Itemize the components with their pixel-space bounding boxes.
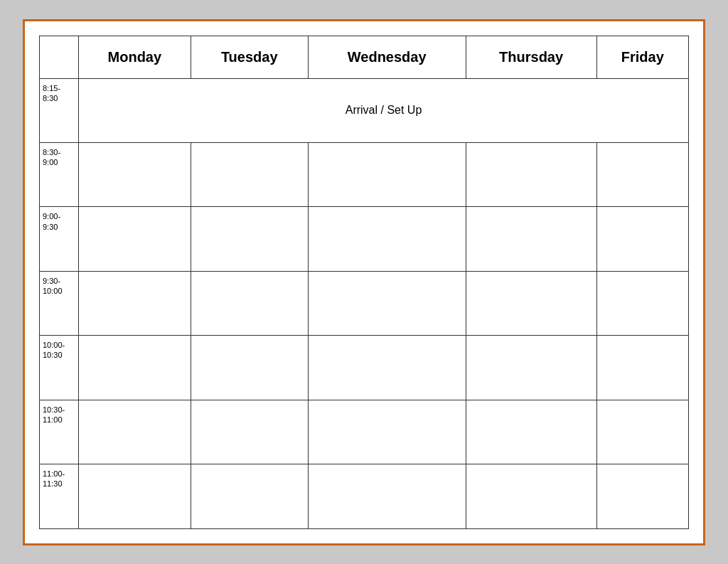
schedule-cell[interactable] bbox=[79, 207, 191, 271]
schedule-cell[interactable] bbox=[466, 142, 596, 206]
time-cell: 9:30- 10:00 bbox=[40, 271, 79, 335]
schedule-cell[interactable] bbox=[191, 400, 308, 464]
arrival-cell: Arrival / Set Up bbox=[79, 78, 689, 142]
schedule-cell[interactable] bbox=[191, 207, 308, 271]
wednesday-header: Wednesday bbox=[308, 36, 466, 78]
schedule-cell[interactable] bbox=[308, 142, 466, 206]
schedule-cell[interactable] bbox=[596, 207, 688, 271]
table-row: 8:15- 8:30Arrival / Set Up bbox=[40, 78, 689, 142]
schedule-cell[interactable] bbox=[596, 400, 688, 464]
table-row: 10:00- 10:30 bbox=[40, 336, 689, 400]
schedule-cell[interactable] bbox=[596, 142, 688, 206]
time-header bbox=[40, 36, 79, 78]
schedule-cell[interactable] bbox=[79, 336, 191, 400]
schedule-cell[interactable] bbox=[191, 142, 308, 206]
schedule-cell[interactable] bbox=[191, 464, 308, 528]
schedule-table: Monday Tuesday Wednesday Thursday Friday… bbox=[39, 36, 689, 529]
time-cell: 8:30- 9:00 bbox=[40, 142, 79, 206]
schedule-cell[interactable] bbox=[191, 336, 308, 400]
friday-header: Friday bbox=[596, 36, 688, 78]
schedule-cell[interactable] bbox=[466, 207, 596, 271]
schedule-cell[interactable] bbox=[308, 271, 466, 335]
table-row: 10:30- 11:00 bbox=[40, 400, 689, 464]
schedule-cell[interactable] bbox=[308, 207, 466, 271]
table-row: 8:30- 9:00 bbox=[40, 142, 689, 206]
time-cell: 8:15- 8:30 bbox=[40, 78, 79, 142]
table-row: 11:00- 11:30 bbox=[40, 464, 689, 528]
time-cell: 10:30- 11:00 bbox=[40, 400, 79, 464]
schedule-cell[interactable] bbox=[596, 336, 688, 400]
table-row: 9:00- 9:30 bbox=[40, 207, 689, 271]
schedule-cell[interactable] bbox=[596, 464, 688, 528]
time-cell: 10:00- 10:30 bbox=[40, 336, 79, 400]
schedule-cell[interactable] bbox=[308, 336, 466, 400]
header-row: Monday Tuesday Wednesday Thursday Friday bbox=[40, 36, 689, 78]
schedule-cell[interactable] bbox=[466, 271, 596, 335]
schedule-cell[interactable] bbox=[596, 271, 688, 335]
schedule-cell[interactable] bbox=[79, 271, 191, 335]
monday-header: Monday bbox=[79, 36, 191, 78]
table-row: 9:30- 10:00 bbox=[40, 271, 689, 335]
page: Monday Tuesday Wednesday Thursday Friday… bbox=[23, 19, 705, 546]
schedule-cell[interactable] bbox=[466, 336, 596, 400]
schedule-body: 8:15- 8:30Arrival / Set Up8:30- 9:009:00… bbox=[40, 78, 689, 528]
schedule-cell[interactable] bbox=[466, 400, 596, 464]
schedule-cell[interactable] bbox=[466, 464, 596, 528]
schedule-cell[interactable] bbox=[308, 400, 466, 464]
thursday-header: Thursday bbox=[466, 36, 596, 78]
schedule-cell[interactable] bbox=[79, 464, 191, 528]
time-cell: 9:00- 9:30 bbox=[40, 207, 79, 271]
time-cell: 11:00- 11:30 bbox=[40, 464, 79, 528]
schedule-cell[interactable] bbox=[191, 271, 308, 335]
tuesday-header: Tuesday bbox=[191, 36, 308, 78]
schedule-cell[interactable] bbox=[79, 142, 191, 206]
schedule-cell[interactable] bbox=[308, 464, 466, 528]
schedule-cell[interactable] bbox=[79, 400, 191, 464]
